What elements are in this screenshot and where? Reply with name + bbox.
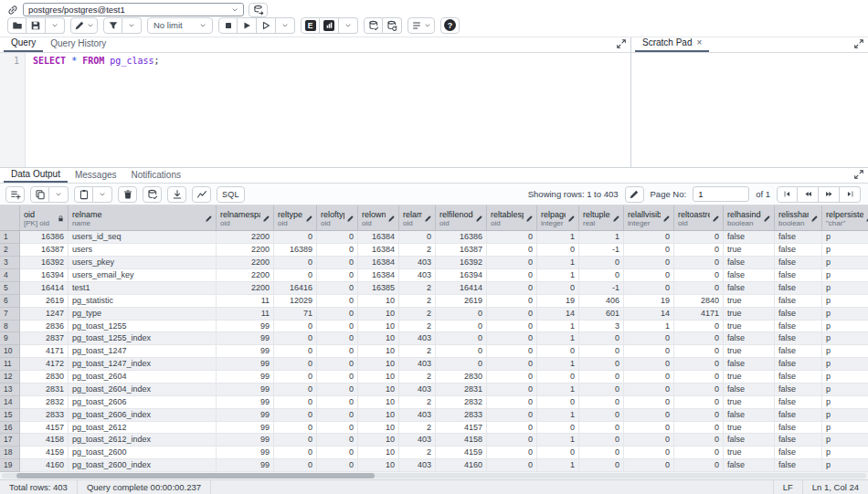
cell-relam[interactable]: 2 bbox=[399, 282, 436, 295]
cell-oid[interactable]: 1247 bbox=[20, 308, 69, 321]
select-all-corner[interactable] bbox=[0, 205, 20, 230]
row-number[interactable]: 11 bbox=[0, 358, 20, 371]
cell-reltoastrelid[interactable]: 0 bbox=[674, 257, 724, 269]
cell-reltoastrelid[interactable]: 0 bbox=[674, 321, 724, 333]
cell-relam[interactable]: 403 bbox=[399, 257, 436, 269]
cell-relpersistence[interactable]: p bbox=[822, 358, 868, 371]
cell-relfilenode[interactable]: 16392 bbox=[436, 257, 487, 269]
cell-relpersistence[interactable]: p bbox=[822, 244, 868, 257]
cell-reltype[interactable]: 0 bbox=[274, 447, 317, 459]
cell-relam[interactable]: 2 bbox=[399, 295, 436, 308]
cell-relisshared[interactable]: false bbox=[775, 434, 822, 447]
cell-relowner[interactable]: 10 bbox=[358, 409, 399, 422]
cell-relname[interactable]: pg_toast_2600_index bbox=[69, 459, 217, 472]
cell-reltablespace[interactable]: 0 bbox=[487, 422, 537, 435]
cell-relowner[interactable]: 16385 bbox=[358, 282, 399, 295]
cell-reloftype[interactable]: 0 bbox=[317, 269, 358, 282]
cell-relpersistence[interactable]: p bbox=[822, 434, 868, 447]
cell-relallvisible[interactable]: 0 bbox=[624, 358, 674, 371]
cell-relhasindex[interactable]: true bbox=[724, 371, 775, 384]
cell-reltablespace[interactable]: 0 bbox=[487, 447, 537, 459]
cell-reltoastrelid[interactable]: 0 bbox=[674, 384, 724, 396]
cell-reltoastrelid[interactable]: 0 bbox=[674, 269, 724, 282]
cell-relfilenode[interactable]: 16386 bbox=[436, 231, 487, 244]
cell-relhasindex[interactable]: false bbox=[724, 269, 775, 282]
row-number[interactable]: 8 bbox=[0, 321, 20, 333]
cell-relowner[interactable]: 10 bbox=[358, 459, 399, 472]
cell-reltype[interactable]: 0 bbox=[274, 459, 317, 472]
column-header-relnamespace[interactable]: relnamespaceoid bbox=[217, 205, 274, 230]
delete-row-button[interactable] bbox=[118, 186, 137, 203]
row-number[interactable]: 18 bbox=[0, 447, 20, 459]
cell-reloftype[interactable]: 0 bbox=[317, 422, 358, 435]
cell-relhasindex[interactable]: true bbox=[724, 295, 775, 308]
cell-relpersistence[interactable]: p bbox=[822, 295, 868, 308]
cell-relhasindex[interactable]: false bbox=[724, 257, 775, 269]
row-number[interactable]: 16 bbox=[0, 422, 20, 435]
cell-relfilenode[interactable]: 4160 bbox=[436, 459, 487, 472]
cell-oid[interactable]: 4157 bbox=[20, 422, 69, 435]
cell-relname[interactable]: users_id_seq bbox=[69, 231, 217, 244]
rollback-button[interactable] bbox=[383, 17, 402, 34]
cell-reltoastrelid[interactable]: 0 bbox=[674, 244, 724, 257]
cell-relpersistence[interactable]: p bbox=[822, 231, 868, 244]
filter-button[interactable] bbox=[103, 17, 122, 34]
cell-reltuples[interactable]: 0 bbox=[579, 434, 624, 447]
cell-reltablespace[interactable]: 0 bbox=[487, 434, 537, 447]
cell-relfilenode[interactable]: 2832 bbox=[436, 396, 487, 409]
cell-relpersistence[interactable]: p bbox=[822, 396, 868, 409]
cell-relhasindex[interactable]: true bbox=[724, 422, 775, 435]
cell-relpages[interactable]: 0 bbox=[537, 244, 579, 257]
cell-relfilenode[interactable]: 2619 bbox=[436, 295, 487, 308]
cell-reltype[interactable]: 0 bbox=[274, 396, 317, 409]
cell-relname[interactable]: pg_toast_2604 bbox=[69, 371, 217, 384]
cell-relfilenode[interactable]: 0 bbox=[436, 345, 487, 358]
cell-reltablespace[interactable]: 0 bbox=[487, 282, 537, 295]
column-header-reltoastrelid[interactable]: reltoastrelidoid bbox=[674, 205, 724, 230]
cell-reltype[interactable]: 16389 bbox=[274, 244, 317, 257]
cell-oid[interactable]: 2830 bbox=[20, 371, 69, 384]
cell-relowner[interactable]: 16384 bbox=[358, 231, 399, 244]
cell-relpages[interactable]: 1 bbox=[537, 434, 579, 447]
cell-relname[interactable]: pg_toast_2606 bbox=[69, 396, 217, 409]
paste-dropdown-button[interactable] bbox=[93, 186, 112, 203]
add-row-button[interactable] bbox=[5, 186, 25, 203]
cell-reltype[interactable]: 0 bbox=[274, 332, 317, 345]
cell-relname[interactable]: pg_toast_1255 bbox=[69, 321, 217, 333]
cell-relhasindex[interactable]: false bbox=[724, 409, 775, 422]
cell-relname[interactable]: pg_toast_2600 bbox=[69, 447, 217, 459]
cell-relname[interactable]: pg_toast_2606_index bbox=[69, 409, 217, 422]
cell-reloftype[interactable]: 0 bbox=[317, 244, 358, 257]
cell-relowner[interactable]: 10 bbox=[358, 345, 399, 358]
cell-relallvisible[interactable]: 0 bbox=[624, 282, 674, 295]
expand-icon[interactable] bbox=[853, 169, 864, 180]
column-header-relallvisible[interactable]: relallvisibleinteger bbox=[624, 205, 674, 230]
cell-oid[interactable]: 2831 bbox=[20, 384, 69, 396]
cell-relowner[interactable]: 10 bbox=[358, 396, 399, 409]
row-number[interactable]: 3 bbox=[0, 257, 20, 269]
column-header-reltype[interactable]: reltypeoid bbox=[274, 205, 317, 230]
cell-oid[interactable]: 2832 bbox=[20, 396, 69, 409]
cell-reltablespace[interactable]: 0 bbox=[487, 345, 537, 358]
cell-relnamespace[interactable]: 2200 bbox=[217, 244, 274, 257]
cell-relhasindex[interactable]: true bbox=[724, 244, 775, 257]
tab-messages[interactable]: Messages bbox=[68, 167, 124, 183]
cell-relallvisible[interactable]: 0 bbox=[624, 396, 674, 409]
row-number[interactable]: 6 bbox=[0, 295, 20, 308]
cell-relpages[interactable]: 1 bbox=[537, 231, 579, 244]
cell-relallvisible[interactable]: 1 bbox=[624, 321, 674, 333]
cell-relallvisible[interactable]: 0 bbox=[624, 257, 674, 269]
cell-relallvisible[interactable]: 0 bbox=[624, 384, 674, 396]
cell-relowner[interactable]: 16384 bbox=[358, 257, 399, 269]
cell-relfilenode[interactable]: 0 bbox=[436, 321, 487, 333]
cell-relname[interactable]: users_email_key bbox=[69, 269, 217, 282]
cell-oid[interactable]: 2837 bbox=[20, 332, 69, 345]
cell-reltablespace[interactable]: 0 bbox=[487, 459, 537, 472]
cell-reltuples[interactable]: 1 bbox=[579, 231, 624, 244]
cell-relpersistence[interactable]: p bbox=[822, 371, 868, 384]
cell-reltuples[interactable]: 0 bbox=[579, 422, 624, 435]
cell-relnamespace[interactable]: 99 bbox=[217, 409, 274, 422]
cell-reltoastrelid[interactable]: 0 bbox=[674, 396, 724, 409]
cell-relowner[interactable]: 10 bbox=[358, 371, 399, 384]
cell-reltablespace[interactable]: 0 bbox=[487, 269, 537, 282]
